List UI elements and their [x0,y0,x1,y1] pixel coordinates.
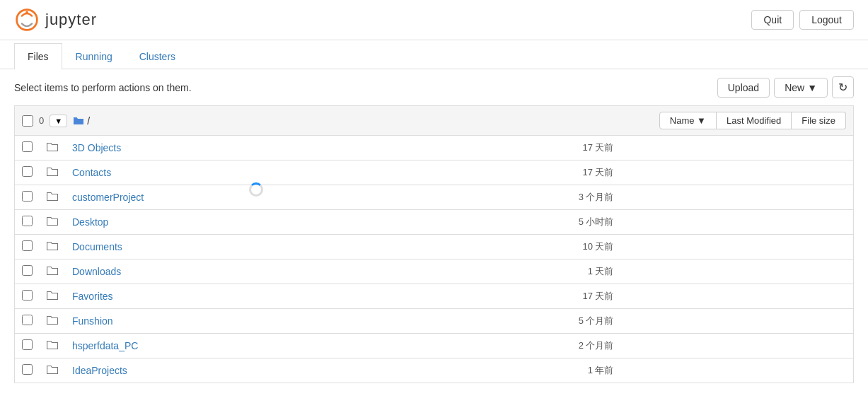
file-link[interactable]: Desktop [72,216,108,228]
row-size-cell [620,136,853,161]
row-checkbox-cell [15,210,40,235]
row-checkbox-cell [15,161,40,185]
header: jupyter Quit Logout [0,0,868,40]
logo-text: jupyter [45,11,97,29]
row-folder-icon-cell [40,185,65,210]
tab-files[interactable]: Files [14,43,62,69]
file-link[interactable]: 3D Objects [72,142,121,153]
row-folder-icon-cell [40,358,65,383]
upload-button[interactable]: Upload [717,78,770,98]
row-modified-cell: 3 个月前 [417,185,620,210]
column-headers: Name ▼ Last Modified File size [659,112,846,129]
row-checkbox[interactable] [22,339,33,350]
file-list-container: 0 ▼ / Name ▼ Last Modified File size [0,105,868,383]
row-modified-cell: 17 天前 [417,136,620,161]
row-size-cell [620,235,853,259]
row-folder-icon-cell [40,210,65,235]
jupyter-logo-icon [14,7,40,33]
row-name-cell: Desktop [65,210,417,235]
tab-running[interactable]: Running [62,43,126,69]
row-modified-cell: 17 天前 [417,284,620,309]
file-link[interactable]: IdeaProjects [72,365,127,376]
row-checkbox-cell [15,284,40,309]
toolbar-right: Upload New ▼ ↻ [717,76,854,98]
select-dropdown-button[interactable]: ▼ [50,115,67,127]
file-link[interactable]: Contacts [72,167,111,178]
row-checkbox[interactable] [22,141,33,152]
folder-icon [73,115,84,127]
row-size-cell [620,284,853,309]
new-button[interactable]: New ▼ [774,78,828,98]
name-sort-button[interactable]: Name ▼ [659,112,717,129]
folder-icon [47,167,58,177]
row-name-cell: Favorites [65,284,417,309]
row-checkbox[interactable] [22,240,33,251]
table-row: Downloads 1 天前 [15,259,854,284]
row-checkbox[interactable] [22,191,33,202]
folder-icon [47,266,58,276]
row-folder-icon-cell [40,161,65,185]
file-link[interactable]: Downloads [72,266,121,277]
select-hint: Select items to perform actions on them. [14,82,192,93]
table-row: Favorites 17 天前 [15,284,854,309]
row-size-cell [620,358,853,383]
table-row: customerProject 3 个月前 [15,185,854,210]
file-size-sort-button[interactable]: File size [792,112,846,129]
row-size-cell [620,185,853,210]
header-buttons: Quit Logout [751,10,854,30]
name-column-label: Name [670,115,695,126]
row-size-cell [620,334,853,358]
table-row: Documents 10 天前 [15,235,854,259]
table-row: hsperfdata_PC 2 个月前 [15,334,854,358]
row-checkbox[interactable] [22,290,33,301]
row-name-cell: 3D Objects [65,136,417,161]
file-link[interactable]: Favorites [72,291,113,302]
folder-icon [47,241,58,251]
folder-icon [47,216,58,226]
row-checkbox[interactable] [22,315,33,325]
new-dropdown-icon: ▼ [807,82,817,93]
row-checkbox-cell [15,309,40,334]
row-folder-icon-cell [40,334,65,358]
file-list-header: 0 ▼ / Name ▼ Last Modified File size [14,105,854,135]
row-checkbox[interactable] [22,216,33,226]
svg-point-1 [25,11,28,13]
row-size-cell [620,210,853,235]
row-modified-cell: 17 天前 [417,161,620,185]
logo-area: jupyter [14,7,97,33]
select-all-checkbox[interactable] [22,115,33,127]
breadcrumb: / [73,115,90,127]
table-row: Desktop 5 小时前 [15,210,854,235]
file-link[interactable]: Funshion [72,315,113,327]
row-modified-cell: 10 天前 [417,235,620,259]
breadcrumb-slash: / [87,115,90,127]
row-modified-cell: 2 个月前 [417,334,620,358]
row-modified-cell: 5 小时前 [417,210,620,235]
row-checkbox-cell [15,334,40,358]
refresh-button[interactable]: ↻ [832,76,854,98]
row-checkbox[interactable] [22,265,33,276]
row-name-cell: hsperfdata_PC [65,334,417,358]
file-link[interactable]: Documents [72,241,122,252]
row-checkbox[interactable] [22,364,33,375]
row-checkbox[interactable] [22,166,33,177]
file-link[interactable]: hsperfdata_PC [72,340,138,351]
row-folder-icon-cell [40,259,65,284]
table-row: 3D Objects 17 天前 [15,136,854,161]
row-name-cell: Funshion [65,309,417,334]
folder-icon [47,340,58,350]
last-modified-sort-button[interactable]: Last Modified [717,112,792,129]
row-modified-cell: 5 个月前 [417,309,620,334]
row-name-cell: Downloads [65,259,417,284]
row-name-cell: IdeaProjects [65,358,417,383]
file-link[interactable]: customerProject [72,192,144,203]
table-row: Funshion 5 个月前 [15,309,854,334]
new-button-label: New [785,82,804,93]
tab-clusters[interactable]: Clusters [126,43,189,69]
row-checkbox-cell [15,259,40,284]
row-checkbox-cell [15,185,40,210]
quit-button[interactable]: Quit [751,10,794,30]
folder-icon [47,315,58,325]
table-row: Contacts 17 天前 [15,161,854,185]
logout-button[interactable]: Logout [799,10,854,30]
